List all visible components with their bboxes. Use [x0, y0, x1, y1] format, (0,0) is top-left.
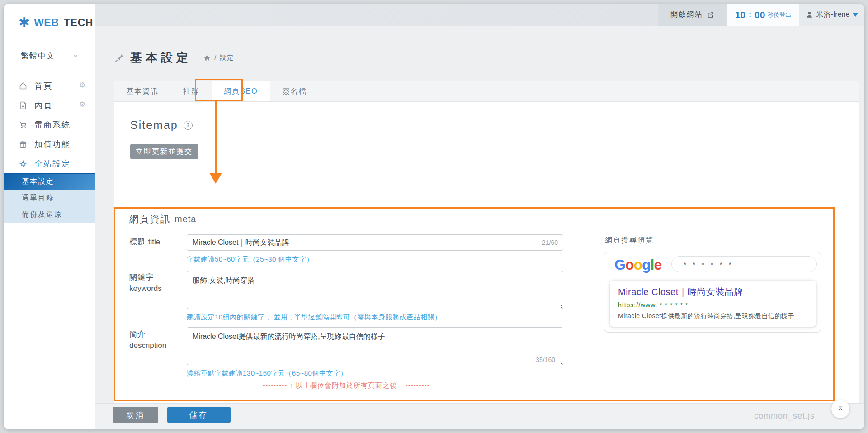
- app-window: ✱ WEBTECH 繁體中文 首頁 ⚙ 內頁 ⚙: [4, 4, 864, 429]
- sidebar-menu: 首頁 ⚙ 內頁 ⚙ 電商系統 加值功能 全站設定: [4, 76, 95, 173]
- title-input-wrap: 21/60: [187, 234, 563, 251]
- cart-icon: [19, 120, 28, 129]
- gear-icon: [19, 159, 28, 168]
- label-en: keywords: [129, 284, 162, 293]
- external-link-icon: [707, 11, 714, 19]
- google-letter: o: [633, 257, 642, 273]
- admin-page: ✱ WEBTECH 繁體中文 首頁 ⚙ 內頁 ⚙: [0, 0, 868, 433]
- chevron-down-icon: [72, 53, 79, 59]
- sidebar-item-label: 內頁: [34, 100, 52, 111]
- brand-word-secondary: TECH: [64, 17, 93, 29]
- sidebar-item-addons[interactable]: 加值功能: [4, 134, 95, 154]
- pushpin-icon: [114, 52, 125, 63]
- tab-basic-info[interactable]: 基本資訊: [114, 81, 171, 101]
- title-char-counter: 21/60: [542, 239, 558, 246]
- user-menu[interactable]: 米洛-Irene: [799, 4, 864, 26]
- gear-icon[interactable]: ⚙: [79, 81, 86, 89]
- cancel-button[interactable]: 取消: [113, 407, 158, 423]
- meta-section-heading: 網頁資訊meta: [129, 213, 196, 225]
- append-fields-note: --------- ↑ 以上欄位會附加於所有頁面之後 ↑ ---------: [129, 381, 563, 390]
- google-result-card: Miracle Closet｜時尚女裝品牌 https://www. * * *…: [610, 281, 816, 327]
- save-button[interactable]: 儲存: [167, 407, 231, 423]
- meta-heading-tag: meta: [175, 214, 196, 224]
- timer-seconds: 00: [755, 10, 765, 20]
- open-site-button[interactable]: 開啟網站: [658, 4, 727, 26]
- caret-down-icon: [853, 13, 858, 17]
- tab-social[interactable]: 社群: [171, 81, 212, 101]
- sitemap-submit-button[interactable]: 立即更新並提交: [130, 144, 198, 159]
- tab-label: 社群: [183, 87, 199, 95]
- home-icon: [19, 81, 28, 90]
- submenu-item-menu-directory[interactable]: 選單目錄: [4, 190, 95, 206]
- annotation-arrow-head: [209, 173, 222, 184]
- language-selector-value: 繁體中文: [21, 51, 55, 61]
- sitemap-title: Sitemap: [130, 119, 178, 132]
- keywords-input-wrap: 服飾,女裝,時尚穿搭: [187, 271, 563, 311]
- google-letter: g: [642, 257, 651, 273]
- submenu-item-basic-settings[interactable]: 基本設定: [4, 173, 95, 190]
- description-textarea[interactable]: Miracle Closet提供最新的流行時尚穿搭,呈現妳最自信的樣子: [187, 327, 563, 365]
- label-en: description: [129, 341, 166, 350]
- breadcrumb-current: 設定: [220, 54, 234, 62]
- search-preview-label: 網頁搜尋預覽: [605, 236, 654, 245]
- script-filename: common_set.js: [754, 411, 815, 421]
- sidebar-item-label: 首頁: [34, 81, 52, 91]
- label-en: title: [148, 238, 160, 246]
- sidebar-item-inner-pages[interactable]: 內頁 ⚙: [4, 95, 95, 115]
- submenu-item-label: 基本設定: [22, 177, 54, 186]
- meta-heading-zh: 網頁資訊: [129, 214, 171, 224]
- meta-section: 網頁資訊meta 標題 title 21/60 字數建議50~60字元（25~3…: [114, 207, 835, 401]
- title-input[interactable]: [187, 234, 563, 251]
- scroll-to-top-button[interactable]: [831, 400, 849, 418]
- brand-word-primary: WEB: [34, 17, 59, 29]
- timer-separator: :: [749, 10, 751, 19]
- label-zh: 關鍵字: [129, 273, 154, 281]
- result-url: https://www. * * * * * *: [618, 301, 808, 309]
- google-letter: o: [625, 257, 634, 273]
- language-selector[interactable]: 繁體中文: [14, 48, 81, 64]
- sidebar-item-label: 電商系統: [34, 119, 71, 130]
- result-title-link: Miracle Closet｜時尚女裝品牌: [618, 286, 808, 298]
- sidebar-item-site-settings[interactable]: 全站設定: [4, 154, 95, 173]
- tab-bar: 基本資訊 社群 網頁SEO 簽名檔: [114, 81, 859, 102]
- keywords-field-label: 關鍵字 keywords: [129, 272, 162, 294]
- sitemap-heading: Sitemap ?: [130, 119, 193, 132]
- home-icon[interactable]: [203, 54, 211, 62]
- tab-label: 網頁SEO: [224, 87, 258, 95]
- tab-seo[interactable]: 網頁SEO: [212, 81, 270, 101]
- user-icon: [806, 11, 813, 19]
- google-letter: G: [614, 257, 625, 273]
- google-search-query: * * * * * *: [684, 261, 734, 268]
- sidebar: ✱ WEBTECH 繁體中文 首頁 ⚙ 內頁 ⚙: [4, 4, 95, 429]
- gift-icon: [19, 140, 28, 149]
- google-letter: e: [654, 257, 661, 273]
- keywords-hint: 建議設定10組內的關鍵字， 並用 , 半型逗號隔開即可（需與本身服務或產品相關）: [187, 313, 441, 322]
- google-preview-card: Google * * * * * * Miracle Closet｜時尚女裝品牌…: [604, 252, 821, 333]
- help-icon[interactable]: ?: [184, 121, 193, 130]
- footer-bar: 取消 儲存 common_set.js: [95, 403, 864, 429]
- tab-label: 基本資訊: [126, 87, 159, 95]
- sidebar-submenu: 基本設定 選單目錄 備份及還原: [4, 173, 95, 223]
- description-field-label: 簡介 description: [129, 329, 166, 351]
- user-name: 米洛-Irene: [816, 10, 850, 19]
- page-icon: [19, 101, 28, 110]
- google-logo: Google: [614, 257, 661, 273]
- scroll-top-icon: [836, 404, 845, 414]
- sidebar-item-home[interactable]: 首頁 ⚙: [4, 76, 95, 95]
- submenu-item-label: 選單目錄: [22, 193, 54, 203]
- submenu-item-backup-restore[interactable]: 備份及還原: [4, 206, 95, 223]
- google-preview-header: Google * * * * * *: [604, 252, 821, 276]
- submenu-item-label: 備份及還原: [22, 210, 62, 219]
- keywords-textarea[interactable]: 服飾,女裝,時尚穿搭: [187, 271, 563, 309]
- open-site-label: 開啟網站: [670, 10, 703, 19]
- title-field-label: 標題 title: [129, 237, 160, 248]
- description-input-wrap: Miracle Closet提供最新的流行時尚穿搭,呈現妳最自信的樣子 35/1…: [187, 327, 563, 367]
- sidebar-item-label: 加值功能: [34, 139, 71, 150]
- gear-icon[interactable]: ⚙: [79, 101, 86, 108]
- tab-signature[interactable]: 簽名檔: [270, 81, 319, 101]
- sidebar-item-ecommerce[interactable]: 電商系統: [4, 115, 95, 134]
- session-timer: 10 : 00 秒後登出: [727, 4, 799, 26]
- tab-label: 簽名檔: [283, 87, 307, 95]
- brand-logo: ✱ WEBTECH: [19, 16, 93, 29]
- timer-minutes: 10: [735, 10, 745, 20]
